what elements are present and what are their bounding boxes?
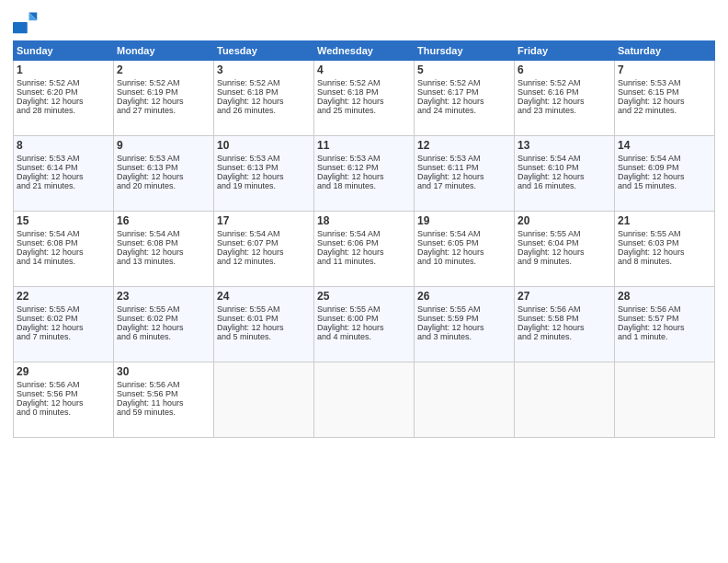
day-info: Sunset: 6:06 PM [317, 238, 411, 247]
day-number: 15 [17, 214, 110, 227]
day-number: 26 [417, 290, 511, 303]
day-info: Sunrise: 5:52 AM [317, 78, 411, 87]
day-info: Daylight: 12 hours [417, 247, 511, 257]
day-info: Sunrise: 5:54 AM [217, 229, 311, 238]
day-info: Sunset: 5:57 PM [618, 314, 711, 323]
day-info: Sunrise: 5:52 AM [217, 78, 311, 87]
col-sunday: Sunday [14, 41, 114, 61]
day-info: Sunrise: 5:54 AM [518, 154, 611, 163]
calendar-cell [415, 362, 515, 438]
day-info: and 59 minutes. [117, 408, 210, 417]
col-saturday: Saturday [615, 41, 715, 61]
calendar-cell: 4Sunrise: 5:52 AMSunset: 6:18 PMDaylight… [314, 61, 415, 136]
day-info: Daylight: 12 hours [618, 97, 711, 106]
day-info: Daylight: 12 hours [317, 323, 411, 332]
calendar-cell: 10Sunrise: 5:53 AMSunset: 6:13 PMDayligh… [214, 136, 314, 212]
day-info: Sunrise: 5:53 AM [117, 154, 210, 163]
day-info: Sunset: 6:08 PM [117, 238, 210, 247]
calendar-cell: 17Sunrise: 5:54 AMSunset: 6:07 PMDayligh… [214, 212, 314, 287]
day-info: Sunset: 6:18 PM [317, 87, 411, 97]
day-number: 8 [17, 139, 110, 152]
day-info: Sunset: 6:14 PM [17, 163, 110, 172]
day-info: Sunset: 6:13 PM [117, 163, 210, 172]
day-number: 29 [17, 365, 110, 378]
day-info: and 15 minutes. [618, 181, 711, 190]
logo [13, 9, 42, 35]
day-number: 5 [417, 63, 511, 76]
day-info: and 26 minutes. [217, 106, 311, 115]
calendar-cell: 28Sunrise: 5:56 AMSunset: 5:57 PMDayligh… [615, 287, 715, 362]
day-info: Sunrise: 5:54 AM [618, 154, 711, 163]
day-info: Sunset: 6:02 PM [117, 314, 210, 323]
day-info: Sunset: 6:20 PM [17, 87, 110, 97]
day-info: and 5 minutes. [217, 332, 311, 341]
calendar-cell: 27Sunrise: 5:56 AMSunset: 5:58 PMDayligh… [515, 287, 615, 362]
day-number: 16 [117, 214, 210, 227]
calendar-week-3: 15Sunrise: 5:54 AMSunset: 6:08 PMDayligh… [14, 212, 715, 287]
calendar-cell: 2Sunrise: 5:52 AMSunset: 6:19 PMDaylight… [114, 61, 214, 136]
day-info: and 12 minutes. [217, 257, 311, 266]
calendar-cell: 11Sunrise: 5:53 AMSunset: 6:12 PMDayligh… [314, 136, 415, 212]
day-number: 25 [317, 290, 411, 303]
day-info: Daylight: 12 hours [618, 323, 711, 332]
day-number: 24 [217, 290, 311, 303]
header-row: Sunday Monday Tuesday Wednesday Thursday… [14, 41, 715, 61]
calendar-table: Sunday Monday Tuesday Wednesday Thursday… [13, 40, 715, 438]
day-info: Sunrise: 5:55 AM [17, 304, 110, 314]
day-info: Sunrise: 5:56 AM [17, 380, 110, 389]
calendar-cell: 9Sunrise: 5:53 AMSunset: 6:13 PMDaylight… [114, 136, 214, 212]
calendar-cell [615, 362, 715, 438]
day-number: 12 [417, 139, 511, 152]
day-number: 2 [117, 63, 210, 76]
calendar-cell: 6Sunrise: 5:52 AMSunset: 6:16 PMDaylight… [515, 61, 615, 136]
day-info: and 6 minutes. [117, 332, 210, 341]
day-info: Sunset: 6:16 PM [518, 87, 611, 97]
day-info: Sunrise: 5:53 AM [17, 154, 110, 163]
day-info: Daylight: 12 hours [17, 398, 110, 408]
day-info: Sunset: 6:08 PM [17, 238, 110, 247]
day-info: Sunrise: 5:52 AM [518, 78, 611, 87]
calendar-cell: 19Sunrise: 5:54 AMSunset: 6:05 PMDayligh… [415, 212, 515, 287]
day-info: Daylight: 12 hours [518, 97, 611, 106]
day-info: Sunset: 6:01 PM [217, 314, 311, 323]
day-info: and 7 minutes. [17, 332, 110, 341]
day-info: and 19 minutes. [217, 181, 311, 190]
day-info: Sunset: 6:18 PM [217, 87, 311, 97]
day-info: and 2 minutes. [518, 332, 611, 341]
calendar-week-4: 22Sunrise: 5:55 AMSunset: 6:02 PMDayligh… [14, 287, 715, 362]
calendar-cell: 30Sunrise: 5:56 AMSunset: 5:56 PMDayligh… [114, 362, 214, 438]
day-info: Sunset: 6:09 PM [618, 163, 711, 172]
day-number: 19 [417, 214, 511, 227]
day-info: Daylight: 12 hours [518, 247, 611, 257]
day-info: Daylight: 12 hours [117, 247, 210, 257]
calendar-cell: 14Sunrise: 5:54 AMSunset: 6:09 PMDayligh… [615, 136, 715, 212]
day-info: Sunrise: 5:54 AM [317, 229, 411, 238]
day-info: Sunrise: 5:55 AM [317, 304, 411, 314]
col-tuesday: Tuesday [214, 41, 314, 61]
col-wednesday: Wednesday [314, 41, 415, 61]
day-info: Sunset: 6:03 PM [618, 238, 711, 247]
day-info: Daylight: 12 hours [317, 247, 411, 257]
day-info: Sunrise: 5:54 AM [117, 229, 210, 238]
calendar-cell: 8Sunrise: 5:53 AMSunset: 6:14 PMDaylight… [14, 136, 114, 212]
day-info: Sunrise: 5:53 AM [618, 78, 711, 87]
day-info: and 8 minutes. [618, 257, 711, 266]
day-info: Daylight: 12 hours [117, 323, 210, 332]
day-number: 10 [217, 139, 311, 152]
day-info: Sunrise: 5:53 AM [317, 154, 411, 163]
day-info: Sunset: 6:11 PM [417, 163, 511, 172]
day-info: Sunset: 5:58 PM [518, 314, 611, 323]
day-info: Daylight: 12 hours [117, 97, 210, 106]
day-info: Sunrise: 5:55 AM [417, 304, 511, 314]
day-info: Daylight: 12 hours [217, 97, 311, 106]
calendar-cell: 13Sunrise: 5:54 AMSunset: 6:10 PMDayligh… [515, 136, 615, 212]
header [13, 9, 715, 35]
day-number: 22 [17, 290, 110, 303]
day-info: and 13 minutes. [117, 257, 210, 266]
day-info: and 3 minutes. [417, 332, 511, 341]
day-number: 9 [117, 139, 210, 152]
calendar-cell: 29Sunrise: 5:56 AMSunset: 5:56 PMDayligh… [14, 362, 114, 438]
calendar-cell: 21Sunrise: 5:55 AMSunset: 6:03 PMDayligh… [615, 212, 715, 287]
day-info: Sunset: 6:13 PM [217, 163, 311, 172]
calendar-cell [515, 362, 615, 438]
